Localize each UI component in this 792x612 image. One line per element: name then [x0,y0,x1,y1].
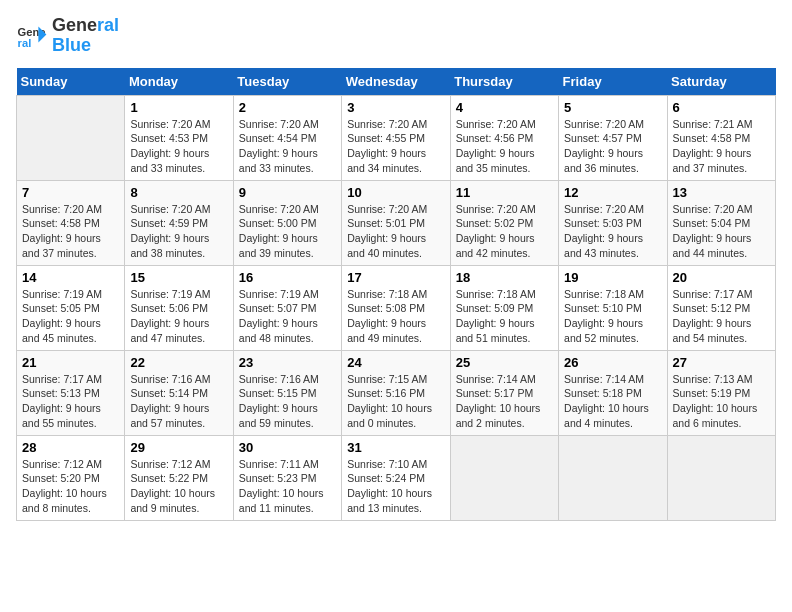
logo-text-line1: General [52,16,119,36]
calendar-cell: 6Sunrise: 7:21 AMSunset: 4:58 PMDaylight… [667,95,775,180]
calendar-cell: 10Sunrise: 7:20 AMSunset: 5:01 PMDayligh… [342,180,450,265]
day-info: Sunrise: 7:18 AMSunset: 5:10 PMDaylight:… [564,287,661,346]
day-info: Sunrise: 7:19 AMSunset: 5:07 PMDaylight:… [239,287,336,346]
header-cell-friday: Friday [559,68,667,96]
day-number: 25 [456,355,553,370]
svg-text:ral: ral [18,37,32,49]
day-number: 13 [673,185,770,200]
day-number: 1 [130,100,227,115]
day-info: Sunrise: 7:14 AMSunset: 5:18 PMDaylight:… [564,372,661,431]
day-number: 10 [347,185,444,200]
day-info: Sunrise: 7:14 AMSunset: 5:17 PMDaylight:… [456,372,553,431]
day-number: 7 [22,185,119,200]
calendar-cell: 2Sunrise: 7:20 AMSunset: 4:54 PMDaylight… [233,95,341,180]
day-number: 15 [130,270,227,285]
day-info: Sunrise: 7:20 AMSunset: 5:02 PMDaylight:… [456,202,553,261]
day-number: 8 [130,185,227,200]
calendar-cell: 17Sunrise: 7:18 AMSunset: 5:08 PMDayligh… [342,265,450,350]
header-cell-sunday: Sunday [17,68,125,96]
calendar-cell: 26Sunrise: 7:14 AMSunset: 5:18 PMDayligh… [559,350,667,435]
week-row: 21Sunrise: 7:17 AMSunset: 5:13 PMDayligh… [17,350,776,435]
calendar-cell: 20Sunrise: 7:17 AMSunset: 5:12 PMDayligh… [667,265,775,350]
day-number: 20 [673,270,770,285]
day-number: 3 [347,100,444,115]
day-info: Sunrise: 7:17 AMSunset: 5:12 PMDaylight:… [673,287,770,346]
calendar-cell: 7Sunrise: 7:20 AMSunset: 4:58 PMDaylight… [17,180,125,265]
day-number: 17 [347,270,444,285]
day-number: 5 [564,100,661,115]
logo: Gene ral General Blue [16,16,119,56]
day-info: Sunrise: 7:19 AMSunset: 5:06 PMDaylight:… [130,287,227,346]
day-info: Sunrise: 7:16 AMSunset: 5:15 PMDaylight:… [239,372,336,431]
day-info: Sunrise: 7:12 AMSunset: 5:22 PMDaylight:… [130,457,227,516]
logo-icon: Gene ral [16,20,48,52]
header-row: SundayMondayTuesdayWednesdayThursdayFrid… [17,68,776,96]
day-info: Sunrise: 7:20 AMSunset: 5:03 PMDaylight:… [564,202,661,261]
calendar-cell: 25Sunrise: 7:14 AMSunset: 5:17 PMDayligh… [450,350,558,435]
header-cell-thursday: Thursday [450,68,558,96]
day-number: 11 [456,185,553,200]
header-cell-tuesday: Tuesday [233,68,341,96]
day-info: Sunrise: 7:13 AMSunset: 5:19 PMDaylight:… [673,372,770,431]
day-info: Sunrise: 7:17 AMSunset: 5:13 PMDaylight:… [22,372,119,431]
day-info: Sunrise: 7:20 AMSunset: 4:59 PMDaylight:… [130,202,227,261]
header-cell-monday: Monday [125,68,233,96]
calendar-cell: 29Sunrise: 7:12 AMSunset: 5:22 PMDayligh… [125,435,233,520]
calendar-cell: 23Sunrise: 7:16 AMSunset: 5:15 PMDayligh… [233,350,341,435]
calendar-cell: 11Sunrise: 7:20 AMSunset: 5:02 PMDayligh… [450,180,558,265]
calendar-cell: 31Sunrise: 7:10 AMSunset: 5:24 PMDayligh… [342,435,450,520]
day-info: Sunrise: 7:18 AMSunset: 5:08 PMDaylight:… [347,287,444,346]
week-row: 7Sunrise: 7:20 AMSunset: 4:58 PMDaylight… [17,180,776,265]
day-number: 4 [456,100,553,115]
day-number: 23 [239,355,336,370]
day-number: 2 [239,100,336,115]
day-number: 21 [22,355,119,370]
logo-text-line2: Blue [52,36,119,56]
day-info: Sunrise: 7:20 AMSunset: 5:04 PMDaylight:… [673,202,770,261]
week-row: 14Sunrise: 7:19 AMSunset: 5:05 PMDayligh… [17,265,776,350]
week-row: 28Sunrise: 7:12 AMSunset: 5:20 PMDayligh… [17,435,776,520]
calendar-cell [559,435,667,520]
calendar-cell: 24Sunrise: 7:15 AMSunset: 5:16 PMDayligh… [342,350,450,435]
day-info: Sunrise: 7:20 AMSunset: 5:00 PMDaylight:… [239,202,336,261]
day-number: 30 [239,440,336,455]
calendar-cell: 3Sunrise: 7:20 AMSunset: 4:55 PMDaylight… [342,95,450,180]
calendar-cell: 15Sunrise: 7:19 AMSunset: 5:06 PMDayligh… [125,265,233,350]
day-info: Sunrise: 7:20 AMSunset: 4:56 PMDaylight:… [456,117,553,176]
day-number: 18 [456,270,553,285]
day-info: Sunrise: 7:19 AMSunset: 5:05 PMDaylight:… [22,287,119,346]
day-number: 28 [22,440,119,455]
calendar-cell: 19Sunrise: 7:18 AMSunset: 5:10 PMDayligh… [559,265,667,350]
day-number: 26 [564,355,661,370]
calendar-cell: 13Sunrise: 7:20 AMSunset: 5:04 PMDayligh… [667,180,775,265]
day-number: 16 [239,270,336,285]
page-header: Gene ral General Blue [16,16,776,56]
day-info: Sunrise: 7:20 AMSunset: 4:57 PMDaylight:… [564,117,661,176]
day-info: Sunrise: 7:21 AMSunset: 4:58 PMDaylight:… [673,117,770,176]
calendar-cell: 8Sunrise: 7:20 AMSunset: 4:59 PMDaylight… [125,180,233,265]
day-number: 14 [22,270,119,285]
calendar-cell: 5Sunrise: 7:20 AMSunset: 4:57 PMDaylight… [559,95,667,180]
day-number: 29 [130,440,227,455]
calendar-cell [450,435,558,520]
calendar-cell: 9Sunrise: 7:20 AMSunset: 5:00 PMDaylight… [233,180,341,265]
calendar-cell: 16Sunrise: 7:19 AMSunset: 5:07 PMDayligh… [233,265,341,350]
header-cell-saturday: Saturday [667,68,775,96]
day-info: Sunrise: 7:20 AMSunset: 4:58 PMDaylight:… [22,202,119,261]
day-number: 19 [564,270,661,285]
day-info: Sunrise: 7:11 AMSunset: 5:23 PMDaylight:… [239,457,336,516]
day-info: Sunrise: 7:16 AMSunset: 5:14 PMDaylight:… [130,372,227,431]
calendar-cell: 14Sunrise: 7:19 AMSunset: 5:05 PMDayligh… [17,265,125,350]
day-number: 22 [130,355,227,370]
day-info: Sunrise: 7:20 AMSunset: 4:55 PMDaylight:… [347,117,444,176]
calendar-cell [667,435,775,520]
day-info: Sunrise: 7:20 AMSunset: 5:01 PMDaylight:… [347,202,444,261]
calendar-cell: 21Sunrise: 7:17 AMSunset: 5:13 PMDayligh… [17,350,125,435]
day-info: Sunrise: 7:15 AMSunset: 5:16 PMDaylight:… [347,372,444,431]
day-info: Sunrise: 7:12 AMSunset: 5:20 PMDaylight:… [22,457,119,516]
day-info: Sunrise: 7:10 AMSunset: 5:24 PMDaylight:… [347,457,444,516]
calendar-cell: 30Sunrise: 7:11 AMSunset: 5:23 PMDayligh… [233,435,341,520]
header-cell-wednesday: Wednesday [342,68,450,96]
day-number: 12 [564,185,661,200]
day-number: 6 [673,100,770,115]
